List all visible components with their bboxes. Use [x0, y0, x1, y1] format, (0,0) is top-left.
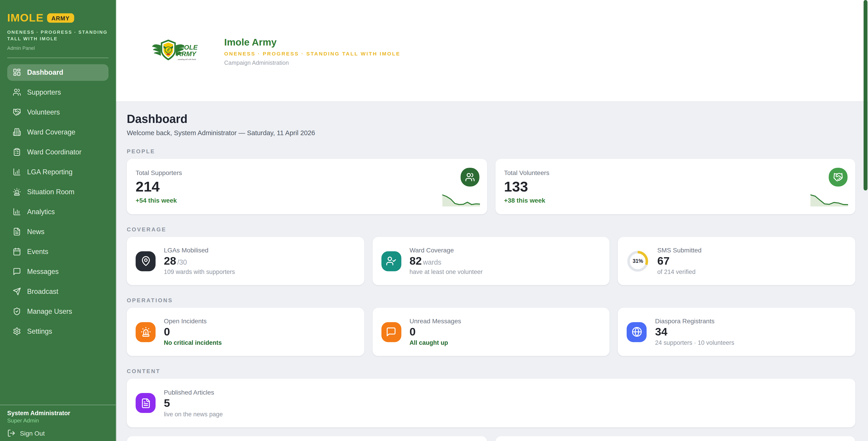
- shield-check-icon: [13, 308, 21, 316]
- message-square-icon: [13, 267, 21, 276]
- vertical-scrollbar-thumb[interactable]: [864, 0, 868, 190]
- open-incidents-card: Open Incidents 0 No critical incidents: [127, 308, 364, 356]
- sidebar-item-ward-coverage[interactable]: Ward Coverage: [7, 124, 108, 140]
- page-title: Dashboard: [127, 113, 855, 125]
- building-icon: [13, 128, 21, 136]
- logo-word-army: ARMY: [176, 50, 197, 58]
- sidebar-item-volunteers[interactable]: Volunteers: [7, 104, 108, 120]
- card-delta: +38 this week: [504, 197, 846, 203]
- total-volunteers-card: Total Volunteers 133 +38 this week: [495, 159, 855, 214]
- card-label: Published Articles: [164, 389, 223, 396]
- card-value: 0: [164, 326, 170, 338]
- diaspora-registrants-card: Diaspora Registrants 34 24 supporters · …: [618, 308, 855, 356]
- sidebar-item-settings[interactable]: Settings: [7, 323, 108, 340]
- sidebar-logo: IMOLE ARMY: [7, 0, 108, 25]
- section-label-people: PEOPLE: [127, 148, 855, 154]
- sidebar-item-label: Broadcast: [27, 288, 58, 295]
- published-articles-card: Published Articles 5 live on the news pa…: [127, 379, 855, 428]
- log-out-icon: [7, 429, 16, 437]
- sidebar-item-events[interactable]: Events: [7, 244, 108, 260]
- sidebar-item-lga-reporting[interactable]: LGA Reporting: [7, 164, 108, 180]
- volunteers-sparkline: [810, 194, 848, 207]
- sidebar-item-situation-room[interactable]: Situation Room: [7, 184, 108, 200]
- admin-panel-label: Admin Panel: [7, 45, 108, 51]
- sidebar-tagline: ONENESS · PROGRESS · STANDING TALL WITH …: [7, 29, 108, 42]
- page-header: IMOLE ARMY ...standing tall with Imole I…: [116, 0, 868, 102]
- partial-card: [127, 436, 487, 441]
- sidebar-item-label: Dashboard: [27, 69, 63, 76]
- sidebar-item-supporters[interactable]: Supporters: [7, 84, 108, 100]
- card-value: 34: [655, 326, 668, 338]
- siren-icon: [13, 188, 21, 196]
- dashboard-icon: [13, 68, 21, 77]
- sidebar-item-messages[interactable]: Messages: [7, 263, 108, 280]
- sidebar-item-news[interactable]: News: [7, 224, 108, 240]
- sidebar-item-label: News: [27, 228, 44, 236]
- sidebar: IMOLE ARMY ONENESS · PROGRESS · STANDING…: [0, 0, 116, 441]
- card-label: Open Incidents: [164, 318, 222, 324]
- sidebar-item-label: Ward Coverage: [27, 128, 75, 136]
- sidebar-item-manage-users[interactable]: Manage Users: [7, 303, 108, 320]
- handshake-icon: [13, 108, 21, 117]
- section-label-operations: OPERATIONS: [127, 297, 855, 303]
- sidebar-item-broadcast[interactable]: Broadcast: [7, 283, 108, 300]
- unread-messages-card: Unread Messages 0 All caught up: [372, 308, 610, 356]
- sidebar-item-label: Analytics: [27, 208, 55, 216]
- card-value: 0: [409, 326, 416, 338]
- sidebar-item-label: Settings: [27, 327, 52, 335]
- card-label: Unread Messages: [409, 318, 461, 324]
- clipboard-icon: [13, 148, 21, 156]
- sidebar-item-label: Situation Room: [27, 188, 74, 196]
- card-label: Diaspora Registrants: [655, 318, 735, 324]
- card-subtext: live on the news page: [164, 410, 223, 417]
- sidebar-item-label: Events: [27, 248, 48, 256]
- user-name: System Administrator: [7, 410, 108, 416]
- card-value: 28: [164, 255, 176, 267]
- sign-out-button[interactable]: Sign Out: [7, 429, 108, 437]
- ward-coverage-card: Ward Coverage 82 wards have at least one…: [372, 237, 610, 285]
- card-subtext: No critical incidents: [164, 339, 222, 346]
- sidebar-item-label: Manage Users: [27, 308, 72, 315]
- card-value: 214: [135, 179, 478, 194]
- total-supporters-card: Total Supporters 214 +54 this week: [127, 159, 487, 214]
- coverage-row: LGAs Mobilised 28 /30 109 wards with sup…: [127, 237, 855, 285]
- card-subtext: All caught up: [409, 339, 461, 346]
- map-pin-icon: [135, 251, 156, 271]
- supporters-sparkline: [442, 194, 479, 207]
- dashboard-content: Dashboard Welcome back, System Administr…: [116, 102, 868, 441]
- sidebar-logo-word: IMOLE: [7, 11, 44, 24]
- card-suffix: /30: [177, 258, 187, 266]
- card-value: 133: [504, 179, 846, 194]
- section-label-content: CONTENT: [127, 368, 855, 374]
- welcome-text: Welcome back, System Administrator — Sat…: [127, 129, 855, 137]
- main-area: IMOLE ARMY ...standing tall with Imole I…: [116, 0, 868, 441]
- siren-icon: [135, 322, 156, 342]
- lgas-mobilised-card: LGAs Mobilised 28 /30 109 wards with sup…: [127, 237, 364, 285]
- message-square-icon: [381, 322, 401, 342]
- sidebar-item-label: Ward Coordinator: [27, 148, 82, 156]
- card-value: 67: [657, 255, 670, 267]
- donut-percent-label: 31%: [627, 250, 649, 272]
- sidebar-item-label: Messages: [27, 268, 59, 276]
- user-check-icon: [381, 251, 401, 271]
- partial-row: [127, 436, 855, 441]
- partial-card: [495, 436, 855, 441]
- org-title: Imole Army: [224, 36, 400, 48]
- handshake-icon: [829, 168, 847, 187]
- chart-column-icon: [13, 168, 21, 176]
- card-label: Total Supporters: [135, 169, 478, 176]
- sidebar-item-dashboard[interactable]: Dashboard: [7, 64, 108, 81]
- sidebar-item-analytics[interactable]: Analytics: [7, 204, 108, 220]
- card-subtext: of 214 verified: [657, 269, 701, 275]
- sidebar-logo-badge: ARMY: [47, 13, 74, 23]
- operations-row: Open Incidents 0 No critical incidents U…: [127, 308, 855, 356]
- sign-out-label: Sign Out: [20, 430, 44, 437]
- content-row: Published Articles 5 live on the news pa…: [127, 379, 855, 428]
- sms-donut-chart: 31%: [627, 250, 649, 272]
- sidebar-item-ward-coordinator[interactable]: Ward Coordinator: [7, 144, 108, 160]
- user-role-badge: Super Admin: [7, 417, 108, 423]
- file-text-icon: [135, 393, 156, 413]
- analytics-chart-icon: [13, 208, 21, 216]
- sms-submitted-card: 31% SMS Submitted 67 of 214 verified: [618, 237, 855, 285]
- card-label: Ward Coverage: [409, 247, 483, 254]
